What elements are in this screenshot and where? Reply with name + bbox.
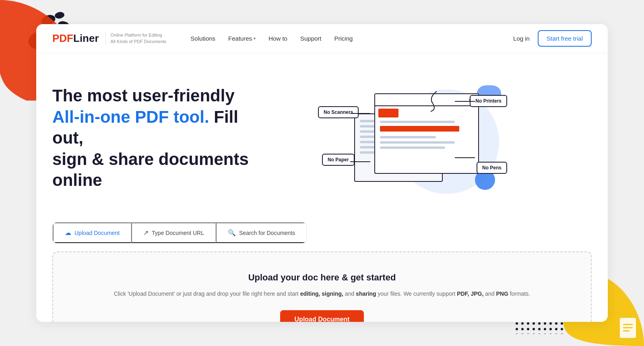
logo-liner: Liner — [73, 32, 99, 45]
badge-no-printers: No Printers — [470, 95, 507, 107]
svg-rect-10 — [623, 327, 633, 328]
hero-section: The most user-friendly All-in-one PDF to… — [36, 53, 608, 214]
upload-document-button[interactable]: Upload Document — [280, 310, 364, 322]
nav-right: Log in Start free trial — [513, 30, 592, 47]
main-card: PDF Liner Online Platform for Editing Al… — [36, 24, 608, 322]
nav-pricing[interactable]: Pricing — [334, 35, 353, 42]
hero-title-blue: All-in-one PDF tool. — [52, 107, 209, 126]
nav-solutions[interactable]: Solutions — [190, 35, 215, 42]
link-icon: ↗ — [143, 229, 149, 237]
hero-text: The most user-friendly All-in-one PDF to… — [52, 77, 262, 191]
login-button[interactable]: Log in — [513, 35, 530, 42]
tabs-container: ☁ Upload Document ↗ Type Document URL 🔍 … — [52, 222, 307, 243]
logo-pdf: PDF — [52, 32, 73, 45]
badge-no-pens: No Pens — [477, 162, 507, 174]
hero-title: The most user-friendly All-in-one PDF to… — [52, 85, 262, 191]
nav-how-to[interactable]: How to — [268, 35, 287, 42]
logo-area: PDF Liner Online Platform for Editing Al… — [52, 32, 166, 45]
badge-no-paper: No Paper — [322, 154, 355, 166]
upload-area-description: Click 'Upload Document' or just drag and… — [69, 289, 575, 298]
red-bar-field — [380, 126, 459, 132]
nav-support[interactable]: Support — [300, 35, 322, 42]
doc-line — [380, 136, 436, 138]
logo-tagline: Online Platform for Editing All Kinds of… — [105, 32, 167, 45]
upload-area-title: Upload your doc here & get started — [69, 272, 575, 283]
badge-no-scanners: No Scanners — [318, 106, 359, 118]
upload-area: Upload your doc here & get started Click… — [52, 251, 592, 322]
curve-decoration — [427, 89, 439, 113]
search-icon: 🔍 — [228, 229, 236, 237]
tab-upload[interactable]: ☁ Upload Document — [53, 222, 131, 243]
upload-icon: ☁ — [65, 229, 71, 237]
illustration-container: No Scanners No Printers No Paper No Pens — [350, 77, 503, 198]
logo: PDF Liner — [52, 32, 99, 45]
svg-rect-11 — [623, 330, 630, 332]
tabs-section: ☁ Upload Document ↗ Type Document URL 🔍 … — [36, 222, 608, 243]
tab-url[interactable]: ↗ Type Document URL — [131, 222, 216, 243]
svg-point-1 — [54, 11, 65, 19]
nav-links: Solutions Features ▾ How to Support Pric… — [190, 35, 513, 42]
svg-rect-9 — [623, 324, 633, 325]
navbar: PDF Liner Online Platform for Editing Al… — [36, 24, 608, 53]
tab-search[interactable]: 🔍 Search for Documents — [216, 222, 306, 243]
doc-line — [380, 121, 455, 123]
start-trial-button[interactable]: Start free trial — [538, 30, 592, 47]
red-form-field — [378, 109, 398, 117]
doc-line — [380, 141, 455, 144]
doc-line — [380, 146, 445, 149]
chevron-down-icon: ▾ — [254, 36, 256, 41]
hero-illustration: No Scanners No Printers No Paper No Pens — [262, 77, 592, 198]
nav-features[interactable]: Features ▾ — [228, 35, 256, 42]
